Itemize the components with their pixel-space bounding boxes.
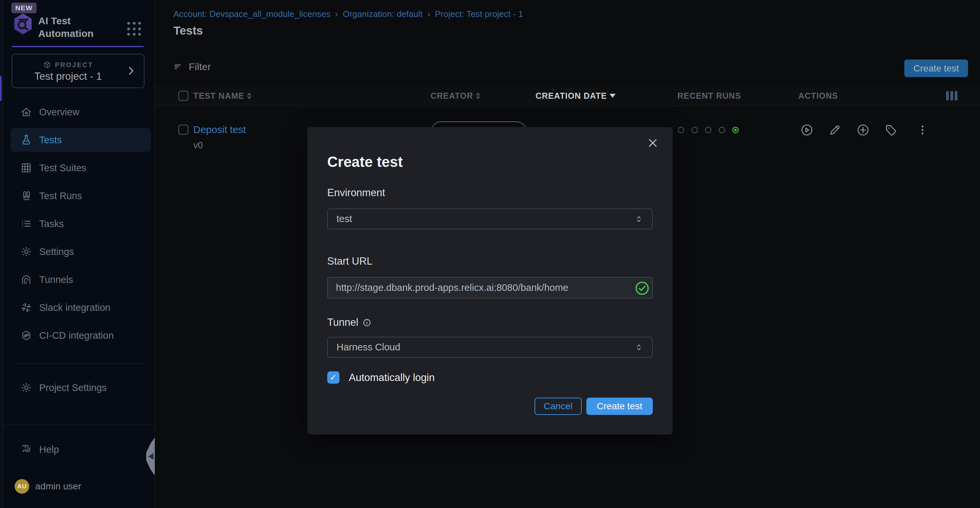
sort-desc-icon <box>609 94 616 98</box>
breadcrumb-separator: › <box>427 9 430 19</box>
filter-button[interactable]: Filter <box>173 61 211 72</box>
start-url-label: Start URL <box>327 255 372 267</box>
cicd-icon <box>21 330 32 341</box>
grid-icon <box>21 162 32 174</box>
column-actions: ACTIONS <box>798 86 838 106</box>
more-options-icon[interactable] <box>916 123 929 137</box>
breadcrumb-separator: › <box>335 9 338 19</box>
gear-icon <box>21 382 32 393</box>
chevron-right-icon <box>125 65 137 77</box>
sidebar-item-tunnels[interactable]: Tunnels <box>11 268 151 292</box>
sidebar-item-project-settings[interactable]: Project Settings <box>11 376 151 399</box>
sort-icon <box>247 93 251 99</box>
info-icon[interactable] <box>363 318 371 327</box>
avatar: AU <box>14 479 29 494</box>
create-test-button-toolbar[interactable]: Create test <box>904 59 968 77</box>
modal-title: Create test <box>327 153 402 170</box>
app-title: AI Test Automation <box>38 14 94 40</box>
run-test-icon[interactable] <box>800 123 814 137</box>
sort-icon <box>476 93 480 99</box>
row-checkbox[interactable] <box>178 125 188 135</box>
breadcrumb-organization[interactable]: Organization: default <box>343 9 423 19</box>
environment-select[interactable]: test <box>327 208 653 229</box>
sidebar-item-tasks[interactable]: Tasks <box>11 212 151 236</box>
test-name-link[interactable]: Deposit test <box>193 124 246 135</box>
sidebar: NEW AI Test Automation <box>3 0 155 508</box>
collapse-arrow-icon <box>148 453 153 460</box>
table-header: TEST NAME CREATOR CREATION DATE RECENT R… <box>155 86 980 106</box>
sidebar-item-test-suites[interactable]: Test Suites <box>11 156 151 180</box>
new-badge: NEW <box>11 3 37 13</box>
page-title: Tests <box>173 24 203 37</box>
sidebar-item-help[interactable]: ? Help <box>11 438 151 462</box>
app-screen: NEW AI Test Automation <box>0 0 980 508</box>
home-icon <box>21 106 32 118</box>
close-icon[interactable] <box>646 136 659 150</box>
tag-icon[interactable] <box>885 123 897 137</box>
cube-icon <box>43 61 51 69</box>
svg-text:?: ? <box>24 446 26 450</box>
user-menu[interactable]: AU admin user <box>11 476 151 497</box>
sidebar-item-tests[interactable]: Tests <box>11 128 151 152</box>
auto-login-label: Automatically login <box>349 372 434 383</box>
run-status-dot[interactable] <box>691 127 698 133</box>
sidebar-item-settings[interactable]: Settings <box>11 240 151 264</box>
run-status-dot[interactable] <box>732 127 739 133</box>
run-status-dot[interactable] <box>678 127 684 133</box>
select-chevrons-icon <box>634 214 643 224</box>
app-switcher-icon[interactable] <box>127 22 142 37</box>
column-recent-runs: RECENT RUNS <box>677 86 741 106</box>
gear-icon <box>21 246 32 257</box>
sidebar-item-slack-integration[interactable]: Slack integration <box>11 296 151 319</box>
run-status-dot[interactable] <box>705 127 711 133</box>
list-icon <box>21 218 32 229</box>
url-valid-icon <box>635 281 650 296</box>
column-creation-date[interactable]: CREATION DATE <box>536 86 616 106</box>
breadcrumb: Account: Devspace_all_module_licenses › … <box>173 9 523 19</box>
app-logo-icon <box>12 13 33 35</box>
run-status-dot[interactable] <box>719 127 725 133</box>
sidebar-footer-divider <box>3 425 155 425</box>
flask-icon <box>21 134 32 145</box>
user-name: admin user <box>35 481 81 492</box>
environment-label: Environment <box>327 187 385 199</box>
column-settings-icon[interactable] <box>946 91 958 101</box>
select-chevrons-icon <box>634 343 643 352</box>
auto-login-checkbox-row[interactable]: ✓ Automatically login <box>327 371 434 383</box>
start-url-input[interactable]: http://stage.dbank.prod-apps.relicx.ai:8… <box>327 277 653 299</box>
project-selector-label: PROJECT <box>55 61 93 69</box>
header-divider <box>155 48 980 48</box>
filter-icon <box>173 62 183 72</box>
test-version: v0 <box>193 140 203 150</box>
sidebar-item-cicd-integration[interactable]: CI-CD integration <box>11 323 151 347</box>
auto-login-checkbox[interactable]: ✓ <box>327 371 339 383</box>
create-test-modal: Create test Environment test Start URL h… <box>307 127 673 435</box>
project-selector-name: Test project - 1 <box>12 70 124 83</box>
column-creator[interactable]: CREATOR <box>431 86 480 106</box>
column-test-name[interactable]: TEST NAME <box>193 86 251 106</box>
help-icon: ? <box>21 444 32 455</box>
create-test-submit-button[interactable]: Create test <box>586 398 653 415</box>
tunnel-icon <box>21 274 32 285</box>
edit-icon[interactable] <box>828 123 842 137</box>
tunnel-select[interactable]: Harness Cloud <box>327 337 653 358</box>
sidebar-divider <box>15 363 145 364</box>
cancel-button[interactable]: Cancel <box>535 398 582 415</box>
module-rail-active-indicator <box>0 76 2 101</box>
check-icon: ✓ <box>330 372 337 383</box>
breadcrumb-project[interactable]: Project: Test project - 1 <box>435 9 523 19</box>
tunnel-label: Tunnel <box>327 316 371 329</box>
select-all-checkbox[interactable] <box>178 91 188 101</box>
brand-underline <box>12 46 144 47</box>
sidebar-item-overview[interactable]: Overview <box>11 100 151 124</box>
breadcrumb-account[interactable]: Account: Devspace_all_module_licenses <box>173 9 331 19</box>
sidebar-item-test-runs[interactable]: Test Runs <box>11 184 151 208</box>
columns-icon <box>21 190 32 201</box>
project-selector[interactable]: PROJECT Test project - 1 <box>12 54 145 88</box>
slack-icon <box>21 302 32 313</box>
recent-runs-dots <box>678 127 739 133</box>
add-icon[interactable] <box>856 123 870 137</box>
